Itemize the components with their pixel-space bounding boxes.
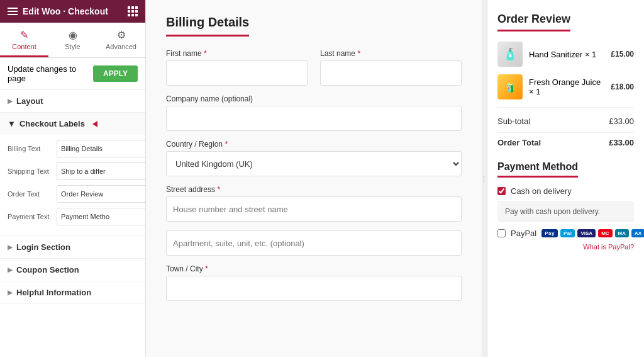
sidebar-tabs: ✎ Content ◉ Style ⚙ Advanced (0, 23, 145, 58)
order-item-juice: 🧃 Fresh Orange Juice × 1 £18.00 (497, 74, 634, 99)
payment-text-row: Payment Text ⋮ (8, 208, 138, 225)
last-name-input[interactable] (320, 60, 462, 86)
checkout-labels-header[interactable]: ▼ Checkout Labels (0, 113, 145, 135)
tab-advanced-label: Advanced (106, 43, 136, 50)
coupon-section[interactable]: ▶ Coupon Section (0, 259, 145, 281)
arrow-indicator (92, 121, 97, 127)
total-row: Order Total £33.00 (497, 132, 634, 151)
subtotal-label: Sub-total (497, 116, 530, 126)
apply-row: Update changes to page APPLY (0, 58, 145, 90)
billing-text-label: Billing Text (8, 145, 53, 152)
country-label: Country / Region * (166, 140, 462, 149)
what-is-paypal-link[interactable]: What is PayPal? (497, 243, 634, 251)
payment-method-title: Payment Method (497, 161, 578, 178)
login-section[interactable]: ▶ Login Section (0, 236, 145, 259)
tab-content[interactable]: ✎ Content (0, 23, 48, 57)
total-label: Order Total (497, 138, 541, 147)
juice-thumb: 🧃 (497, 74, 523, 99)
checkout-chevron: ▼ (8, 119, 16, 128)
city-label: Town / City * (166, 264, 462, 273)
tab-content-label: Content (12, 43, 36, 50)
cod-description: Pay with cash upon delivery. (497, 201, 634, 222)
layout-label: Layout (16, 96, 43, 106)
paypal-option: PayPal Pay Pal VISA MC MA AX (497, 229, 634, 238)
main-content: Billing Details First name * Last name *… (146, 0, 482, 357)
left-sidebar: Edit Woo · Checkout ✎ Content ◉ Style ⚙ … (0, 0, 146, 357)
first-name-label: First name * (166, 49, 308, 58)
sidebar-title: Edit Woo · Checkout (23, 6, 108, 16)
coupon-chevron: ▶ (8, 266, 13, 273)
shipping-text-input[interactable] (57, 162, 146, 180)
sidebar-header-left: Edit Woo · Checkout (8, 6, 108, 16)
cod-option: Cash on delivery (497, 186, 634, 196)
grid-icon[interactable] (128, 6, 138, 16)
sanitizer-name: Hand Sanitizer × 1 (529, 50, 604, 59)
company-label: Company name (optional) (166, 94, 462, 103)
advanced-icon: ⚙ (117, 29, 126, 41)
order-text-label: Order Text (8, 190, 53, 198)
right-panel: Order Review 🧴 Hand Sanitizer × 1 £15.00… (487, 0, 644, 357)
paypal-badge1: Pay (541, 229, 558, 237)
tab-advanced[interactable]: ⚙ Advanced (97, 23, 145, 57)
cod-checkbox[interactable] (497, 187, 506, 195)
sidebar-header: Edit Woo · Checkout (0, 0, 145, 23)
coupon-label: Coupon Section (16, 265, 79, 275)
login-label: Login Section (16, 242, 70, 252)
label-rows: Billing Text ⋮ Shipping Text ⋮ Order Tex… (0, 135, 145, 235)
payment-text-input[interactable] (57, 208, 146, 225)
paypal-label: PayPal (511, 229, 536, 238)
street-input[interactable] (166, 196, 462, 222)
first-name-input[interactable] (166, 60, 308, 86)
apt-group (166, 230, 462, 256)
sanitizer-info: Hand Sanitizer × 1 (529, 50, 604, 59)
country-select[interactable]: United Kingdom (UK) (166, 151, 462, 176)
resize-handle[interactable]: · · · (482, 0, 487, 357)
shipping-text-row: Shipping Text ⋮ (8, 162, 138, 180)
company-group: Company name (optional) (166, 94, 462, 131)
order-text-input[interactable] (57, 185, 146, 203)
subtotal-value: £33.00 (609, 116, 634, 126)
billing-text-input[interactable] (57, 140, 146, 157)
last-name-label: Last name * (320, 49, 462, 58)
company-input[interactable] (166, 106, 462, 131)
style-icon: ◉ (69, 29, 77, 41)
checkout-labels-section: ▼ Checkout Labels Billing Text ⋮ Shippin… (0, 113, 145, 236)
shipping-text-label: Shipping Text (8, 167, 53, 175)
tab-style-label: Style (65, 43, 80, 50)
order-text-row: Order Text ⋮ (8, 185, 138, 203)
juice-name: Fresh Orange Juice × 1 (529, 77, 604, 96)
helpful-label: Helpful Information (16, 288, 91, 297)
apt-input[interactable] (166, 230, 462, 256)
country-required: * (225, 140, 228, 149)
total-value: £33.00 (609, 138, 634, 147)
hamburger-icon[interactable] (8, 8, 18, 15)
street-required: * (217, 185, 220, 194)
name-row: First name * Last name * (166, 49, 462, 86)
paypal-checkbox[interactable] (497, 229, 506, 237)
last-name-required: * (357, 49, 360, 58)
order-review-title: Order Review (497, 13, 570, 31)
maestro-badge: MA (615, 229, 629, 237)
apply-button[interactable]: APPLY (93, 65, 138, 82)
order-item-sanitizer: 🧴 Hand Sanitizer × 1 £15.00 (497, 42, 634, 67)
mastercard-badge: MC (598, 229, 612, 237)
first-name-required: * (204, 49, 207, 58)
sanitizer-thumb: 🧴 (497, 42, 523, 67)
city-input[interactable] (166, 276, 462, 301)
city-group: Town / City * (166, 264, 462, 301)
layout-section[interactable]: ▶ Layout (0, 90, 145, 113)
layout-chevron: ▶ (8, 98, 13, 105)
checkout-labels-label: Checkout Labels (19, 119, 85, 128)
login-chevron: ▶ (8, 244, 13, 251)
street-group: Street address * (166, 185, 462, 222)
helpful-chevron: ▶ (8, 289, 13, 296)
sanitizer-price: £15.00 (611, 50, 634, 59)
visa-badge: VISA (577, 229, 596, 237)
order-divider (497, 107, 634, 108)
subtotal-row: Sub-total £33.00 (497, 113, 634, 130)
billing-title: Billing Details (166, 15, 249, 37)
city-required: * (205, 264, 208, 273)
helpful-section[interactable]: ▶ Helpful Information (0, 281, 145, 304)
tab-style[interactable]: ◉ Style (48, 23, 97, 57)
amex-badge: AX (631, 229, 644, 237)
